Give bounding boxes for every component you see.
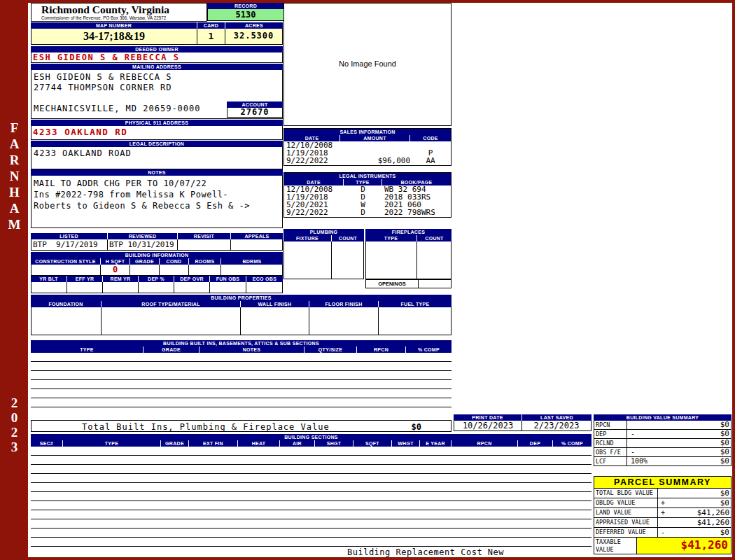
bs-col-air: AIR: [280, 440, 315, 447]
sales-row: 9/22/2022 $96,000 AA: [284, 157, 451, 165]
bs-col-eyear: E YEAR: [420, 440, 451, 447]
bvs-label: OBS F/E: [594, 448, 627, 457]
tax-year-label: 2023: [6, 396, 22, 454]
bs-col-sec: SEC#: [31, 440, 63, 447]
empty-row: [31, 398, 451, 407]
fireplaces-col-type: TYPE: [365, 235, 417, 241]
bi-col-type: TYPE: [31, 346, 144, 353]
built-ins-title: BUILDING BUILT INS, BASEMENTS, ATTICS & …: [31, 340, 451, 346]
building-properties: BUILDING PROPERTIES FOUNDATION ROOF TYPE…: [31, 295, 451, 335]
reviewed-label: REVIEWED: [108, 233, 178, 239]
grade-label: GRADE: [130, 258, 160, 265]
bvs-op: 100%: [627, 457, 651, 466]
card-body: Richmond County, Virginia Commissioner o…: [28, 3, 732, 557]
deppct-value: [139, 282, 174, 293]
empty-row: [31, 371, 451, 380]
legal-instruments-title: LEGAL INSTRUMENTS: [284, 173, 451, 179]
li-type: D: [344, 209, 382, 217]
bs-col-comp: % COMP: [553, 440, 592, 447]
map-card-acres: MAP NUMBER CARD ACRES 34-17;18&19 1 32.5…: [31, 22, 283, 45]
bp-col-fuel: FUEL TYPE: [379, 301, 451, 307]
empty-row: [31, 538, 592, 547]
bvs-op: [627, 421, 651, 430]
plumbing-grid: [284, 241, 364, 279]
cond-label: COND: [160, 258, 189, 265]
yrblt-value: [31, 282, 67, 293]
deeded-owner-label: DEEDED OWNER: [31, 46, 283, 52]
record-label: RECORD: [207, 3, 284, 9]
funobs-label: FUN OBS: [210, 276, 246, 282]
remyr-value: [103, 282, 139, 293]
bs-col-extfin: EXT FIN: [189, 440, 238, 447]
ps-row: DEFERRED VALUE - $0: [594, 528, 732, 538]
county-title: Richmond County, Virginia: [31, 4, 206, 15]
remyr-label: REM YR: [103, 276, 139, 282]
fireplaces-grid: [365, 241, 451, 279]
ps-row: TOTAL BLDG VALUE $0: [594, 489, 732, 498]
empty-row: [31, 465, 592, 474]
no-image-text: No Image Found: [284, 59, 451, 68]
bs-col-rpcn: RPCN: [451, 440, 518, 447]
grade-value: [130, 265, 160, 276]
ps-row: LAND VALUE + $41,260: [594, 508, 732, 518]
bs-col-sqft: SQFT: [354, 440, 392, 447]
empty-row: [31, 528, 592, 538]
record-box: RECORD 5130: [207, 3, 284, 21]
revisit-label: REVISIT: [178, 233, 231, 239]
bp-col-floor: FLOOR FINISH: [309, 301, 379, 307]
rooms-label: ROOMS: [189, 258, 221, 265]
map-number-label: MAP NUMBER: [31, 22, 197, 29]
plumbing-col-fixture: FIXTURE: [284, 235, 332, 241]
sales-col-amount: AMOUNT: [340, 135, 410, 141]
effyr-label: EFF YR: [67, 276, 103, 282]
depovr-label: DEP OVR: [174, 276, 210, 282]
note-line: MAIL TO ADDR CHG PER TO 10/07/22: [34, 178, 282, 189]
mailing-line: ESH GIDEON S & REBECCA S: [34, 72, 282, 83]
parcel-summary-title: PARCEL SUMMARY: [594, 476, 732, 489]
ps-op: [658, 489, 668, 498]
sales-amount: [340, 141, 410, 149]
bvs-row: RPCN $0: [594, 421, 732, 430]
empty-row: [31, 456, 592, 465]
bvs-label: LCF: [594, 457, 627, 466]
building-sections: BUILDING SECTIONS SEC# TYPE GRADE EXT FI…: [31, 434, 592, 557]
card-label: CARD: [197, 22, 225, 29]
sales-amount: $96,000: [340, 157, 410, 165]
plumbing-title: PLUMBING: [284, 229, 364, 235]
bp-col-roof: ROOF TYPE/MATERIAL: [102, 301, 241, 307]
empty-row: [31, 510, 592, 519]
bvs-op: [627, 439, 651, 448]
physical-address-label: PHYSICAL 911 ADDRESS: [31, 120, 283, 126]
bvs-value: $0: [651, 421, 732, 430]
empty-row: [31, 447, 592, 456]
legal-description-value: 4233 OAKLAND ROAD: [31, 147, 283, 169]
ps-value: $41,260: [668, 508, 732, 518]
bs-col-type: TYPE: [63, 440, 161, 447]
ps-op: -: [658, 528, 668, 538]
bi-col-comp: % COMP: [406, 346, 451, 353]
bi-col-qty: QTY/SIZE: [304, 346, 357, 353]
bvs-row: RCLND $0: [594, 439, 732, 448]
acres-label: ACRES: [225, 22, 283, 29]
empty-row: [31, 483, 592, 492]
deeded-owner-value: ESH GIDEON S & REBECCA S: [31, 52, 283, 63]
built-ins-total-row: Total Built Ins, Plumbing & Fireplace Va…: [31, 420, 451, 432]
taxable-value: $41,260: [637, 538, 732, 554]
listed-label: LISTED: [31, 233, 108, 239]
bvs-label: RCLND: [594, 439, 627, 448]
ps-label: TOTAL BLDG VALUE: [594, 489, 658, 498]
ps-op: [658, 518, 668, 528]
building-value-summary: BUILDING VALUE SUMMARY RPCN $0 DEP - $0 …: [594, 414, 732, 466]
bvs-row: LCF 100% $0: [594, 457, 732, 466]
card-value: 1: [197, 29, 225, 45]
sales-title: SALES INFORMATION: [284, 129, 451, 135]
bvs-row: DEP - $0: [594, 430, 732, 439]
notes-box: NOTES MAIL TO ADDR CHG PER TO 10/07/22 I…: [31, 169, 283, 228]
ps-value: $41,260: [668, 518, 732, 528]
physical-address-value: 4233 OAKLAND RD: [31, 126, 283, 140]
bs-col-dep: DEP: [518, 440, 553, 447]
sales-code: AA: [410, 157, 451, 165]
county-header-box: Richmond County, Virginia Commissioner o…: [31, 3, 207, 22]
taxable-label: TAXABLE VALUE: [594, 538, 637, 554]
ps-row: OBLDG VALUE + $0: [594, 498, 732, 508]
